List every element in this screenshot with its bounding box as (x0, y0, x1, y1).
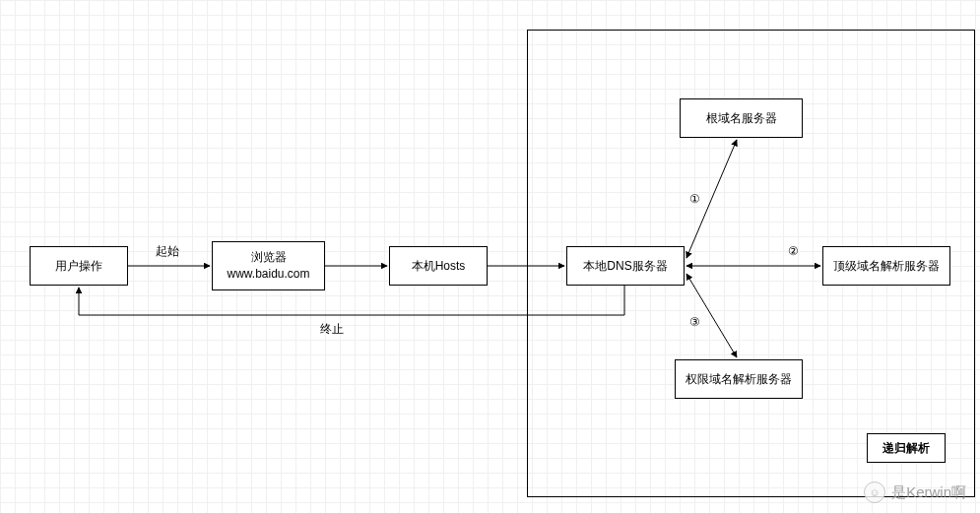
node-label: 权限域名解析服务器 (686, 371, 792, 388)
node-label: 浏览器 (251, 249, 287, 266)
node-tld-server: 顶级域名解析服务器 (822, 246, 950, 286)
node-local-hosts: 本机Hosts (389, 246, 488, 286)
node-sublabel: www.baidu.com (227, 266, 309, 283)
node-label: 用户操作 (55, 258, 102, 275)
node-browser: 浏览器 www.baidu.com (212, 241, 325, 290)
edge-label-start: 起始 (156, 243, 179, 260)
step-label-2: ② (788, 244, 799, 258)
node-label: 本地DNS服务器 (583, 258, 667, 275)
node-user-action: 用户操作 (30, 246, 128, 286)
step-label-3: ③ (689, 315, 700, 329)
watermark-text: 是Kerwin啊 (891, 483, 966, 502)
step-label-1: ① (689, 192, 700, 206)
recursive-label-box: 递归解析 (867, 433, 946, 463)
node-label: 顶级域名解析服务器 (833, 258, 940, 275)
watermark-logo-icon: ☺ (864, 481, 885, 503)
node-root-server: 根域名服务器 (680, 98, 803, 138)
node-auth-server: 权限域名解析服务器 (675, 359, 803, 399)
node-label: 本机Hosts (412, 258, 466, 275)
node-local-dns: 本地DNS服务器 (566, 246, 685, 286)
watermark: ☺ 是Kerwin啊 (864, 481, 966, 503)
edge-label-end: 终止 (320, 321, 344, 338)
recursive-label: 递归解析 (882, 440, 930, 457)
node-label: 根域名服务器 (706, 110, 777, 127)
